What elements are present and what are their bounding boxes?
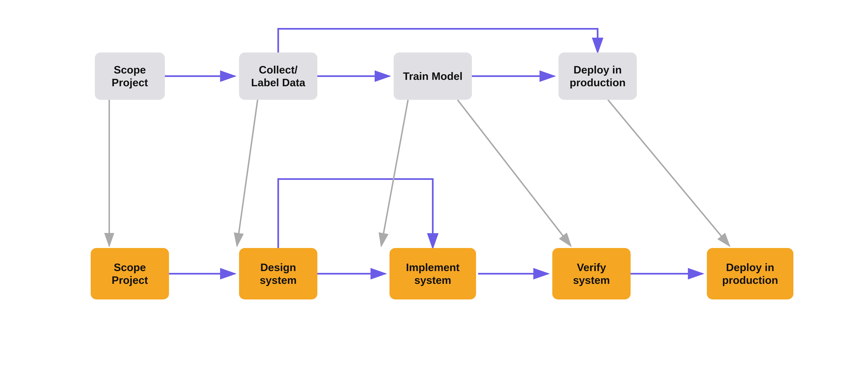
node-deploy-production-top: Deploy inproduction bbox=[558, 53, 637, 100]
svg-line-12 bbox=[458, 100, 571, 246]
svg-line-11 bbox=[381, 100, 408, 246]
node-deploy-production-bottom: Deploy inproduction bbox=[707, 248, 794, 300]
diagram-container: Scope Project Collect/Label Data Train M… bbox=[0, 0, 868, 376]
node-verify-system: Verifysystem bbox=[552, 248, 630, 300]
node-scope-project-bottom: ScopeProject bbox=[91, 248, 169, 300]
node-train-model: Train Model bbox=[394, 53, 472, 100]
svg-line-10 bbox=[237, 100, 257, 246]
svg-line-13 bbox=[608, 100, 730, 246]
node-scope-project-top: Scope Project bbox=[95, 53, 165, 100]
node-collect-label-data: Collect/Label Data bbox=[239, 53, 317, 100]
node-implement-system: Implementsystem bbox=[390, 248, 476, 300]
node-design-system: Designsystem bbox=[239, 248, 317, 300]
